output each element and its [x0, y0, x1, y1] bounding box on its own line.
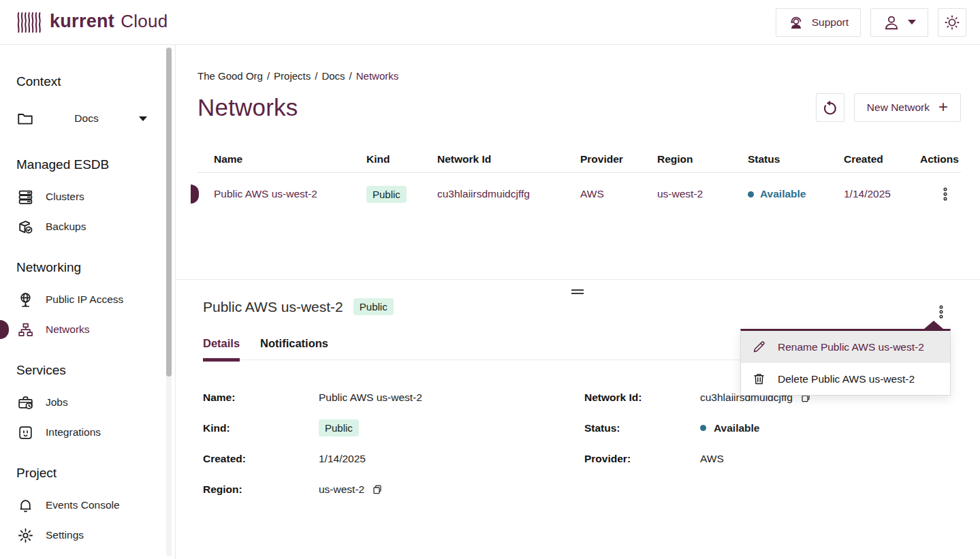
sidebar-item-label: Integrations: [46, 426, 101, 438]
backup-box-icon: [16, 219, 34, 236]
field-value-provider: AWS: [700, 453, 951, 465]
sidebar-scrollbar-thumb[interactable]: [166, 48, 172, 377]
sidebar-group-managed-esdb: Clusters Backups: [16, 182, 175, 242]
chevron-down-icon: [139, 116, 147, 121]
menu-item-rename[interactable]: Rename Public AWS us-west-2: [741, 331, 950, 363]
column-header-region: Region: [657, 153, 748, 165]
sidebar-item-label: Settings: [46, 529, 84, 541]
column-header-network-id: Network Id: [437, 153, 580, 165]
support-button[interactable]: Support: [776, 8, 861, 37]
sidebar-heading-managed-esdb: Managed ESDB: [16, 157, 175, 173]
cell-created: 1/14/2025: [844, 188, 920, 200]
network-detail-panel: Public AWS us-west-2 Public Details Noti…: [176, 280, 980, 559]
brand-suffix: Cloud: [121, 11, 168, 32]
row-actions-menu-button[interactable]: [939, 185, 951, 204]
tab-details[interactable]: Details: [203, 337, 240, 360]
context-selector[interactable]: Docs: [16, 103, 147, 133]
cell-region: us-west-2: [657, 188, 748, 200]
brand-logo: kurrent Cloud: [16, 11, 168, 34]
breadcrumb: The Good Org/Projects/Docs/Networks: [197, 70, 961, 82]
kind-badge: Public: [366, 186, 407, 203]
theme-toggle-button[interactable]: [938, 8, 966, 37]
column-header-name: Name: [197, 153, 366, 165]
menu-item-delete[interactable]: Delete Public AWS us-west-2: [741, 363, 950, 395]
cell-provider: AWS: [580, 188, 657, 200]
brand-mark-icon: [16, 11, 44, 34]
field-label-provider: Provider:: [584, 453, 700, 465]
field-value-kind-badge: Public: [319, 419, 359, 436]
sidebar-heading-networking: Networking: [16, 259, 175, 276]
sidebar-item-networks[interactable]: Networks: [16, 315, 175, 345]
panel-kind-badge: Public: [353, 298, 394, 315]
table-row[interactable]: Public AWS us-west-2 Public cu3hlaiirsdm…: [197, 173, 961, 215]
field-label-region: Region:: [203, 483, 319, 496]
briefcase-clock-icon: [16, 394, 34, 411]
chevron-down-icon: [908, 20, 916, 25]
sidebar-heading-services: Services: [16, 362, 175, 379]
cell-name: Public AWS us-west-2: [197, 188, 366, 200]
breadcrumb-projects[interactable]: Projects: [274, 70, 311, 82]
new-network-button[interactable]: New Network +: [854, 93, 961, 122]
breadcrumb-project-docs[interactable]: Docs: [321, 70, 345, 82]
clusters-icon: [16, 189, 34, 206]
menu-item-label: Delete Public AWS us-west-2: [778, 373, 915, 385]
networks-table: Name Kind Network Id Provider Region Sta…: [197, 146, 961, 215]
globe-icon: [16, 291, 34, 308]
sidebar-group-networking: Public IP Access Networks: [16, 285, 175, 345]
sidebar-item-label: Backups: [46, 221, 86, 233]
sidebar-item-events-console[interactable]: Events Console: [16, 490, 175, 520]
pencil-icon: [752, 340, 766, 354]
sidebar-item-backups[interactable]: Backups: [16, 212, 175, 242]
status-dot: [748, 191, 754, 197]
new-network-label: New Network: [867, 101, 930, 114]
column-header-provider: Provider: [580, 153, 657, 165]
details-fields: Name: Public AWS us-west-2 Kind: Public …: [203, 387, 951, 510]
breadcrumb-current: Networks: [356, 70, 399, 82]
sidebar-item-public-ip-access[interactable]: Public IP Access: [16, 285, 175, 315]
field-label-network-id: Network Id:: [584, 392, 700, 404]
sun-icon: [943, 14, 961, 31]
headset-icon: [788, 14, 804, 31]
status-badge: Available: [760, 188, 806, 200]
breadcrumb-org[interactable]: The Good Org: [197, 70, 263, 82]
panel-title: Public AWS us-west-2: [203, 299, 343, 315]
sidebar-item-label: Clusters: [46, 191, 84, 203]
field-label-kind: Kind:: [203, 422, 319, 434]
outlet-icon: [16, 424, 34, 441]
header-actions: Support: [776, 8, 966, 37]
user-icon: [883, 14, 900, 31]
panel-actions-menu-button[interactable]: [935, 302, 947, 321]
field-value-created: 1/14/2025: [319, 453, 584, 465]
field-value-name: Public AWS us-west-2: [319, 392, 584, 404]
status-dot: [700, 425, 706, 431]
breadcrumb-separator: /: [349, 70, 352, 82]
user-menu-button[interactable]: [870, 8, 928, 37]
field-value-region: us-west-2: [319, 483, 364, 496]
sidebar-heading-project: Project: [16, 465, 175, 481]
sidebar-heading-context: Context: [16, 74, 175, 90]
column-header-actions: Actions: [920, 153, 960, 165]
trash-icon: [752, 372, 766, 386]
networks-list-section: The Good Org/Projects/Docs/Networks Netw…: [176, 45, 980, 279]
sidebar-item-settings[interactable]: Settings: [16, 520, 175, 550]
bell-icon: [16, 497, 34, 514]
sidebar-item-label: Events Console: [46, 499, 120, 511]
folder-icon: [16, 110, 34, 127]
table-header-row: Name Kind Network Id Provider Region Sta…: [197, 146, 961, 173]
sidebar-item-label: Public IP Access: [46, 293, 123, 306]
sidebar-item-jobs[interactable]: Jobs: [16, 387, 175, 417]
tab-notifications[interactable]: Notifications: [260, 337, 328, 360]
copy-icon: [372, 484, 383, 495]
refresh-button[interactable]: [816, 93, 844, 122]
field-label-name: Name:: [203, 392, 319, 404]
sidebar-group-project: Events Console Settings: [16, 490, 175, 550]
field-label-created: Created:: [203, 453, 319, 465]
sidebar-item-clusters[interactable]: Clusters: [16, 182, 175, 212]
sidebar-item-integrations[interactable]: Integrations: [16, 417, 175, 447]
actions-context-menu: Rename Public AWS us-west-2 Delete Publi…: [740, 329, 951, 396]
gear-icon: [16, 527, 34, 544]
panel-resize-handle[interactable]: [571, 289, 584, 294]
copy-region-button[interactable]: [372, 484, 383, 495]
page-title: Networks: [197, 94, 298, 121]
context-selected-value: Docs: [34, 112, 139, 125]
